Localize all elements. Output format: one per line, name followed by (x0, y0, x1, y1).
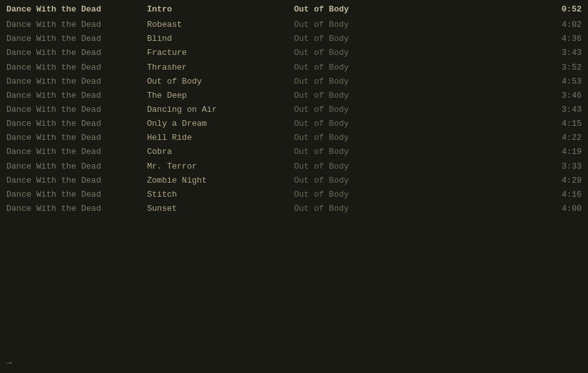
track-album: Out of Body (294, 103, 435, 116)
track-artist: Dance With the Dead (6, 33, 147, 45)
track-title: Blind (147, 33, 294, 45)
track-duration: 3:43 (435, 47, 582, 59)
table-row[interactable]: Dance With the DeadBlindOut of Body4:36 (0, 32, 588, 46)
track-artist: Dance With the Dead (6, 118, 147, 130)
track-duration: 4:00 (435, 202, 582, 215)
table-row[interactable]: Dance With the DeadZombie NightOut of Bo… (0, 174, 588, 188)
track-title: The Deep (147, 89, 294, 102)
track-title: Stitch (147, 188, 294, 201)
track-artist: Dance With the Dead (6, 202, 147, 215)
track-list-header: Dance With the Dead Intro Out of Body 0:… (0, 3, 588, 17)
track-album: Out of Body (294, 146, 435, 158)
track-album: Out of Body (294, 202, 435, 215)
track-album: Out of Body (294, 160, 435, 173)
table-row[interactable]: Dance With the DeadThrasherOut of Body3:… (0, 61, 588, 75)
track-title: Fracture (147, 47, 294, 59)
track-title: Dancing on Air (147, 103, 294, 116)
track-title: Only a Dream (147, 118, 294, 130)
table-row[interactable]: Dance With the DeadMr. TerrorOut of Body… (0, 160, 588, 174)
table-row[interactable]: Dance With the DeadFractureOut of Body3:… (0, 46, 588, 60)
track-title: Mr. Terror (147, 160, 294, 173)
track-duration: 3:43 (435, 103, 582, 116)
track-artist: Dance With the Dead (6, 146, 147, 158)
track-title: Cobra (147, 146, 294, 158)
table-row[interactable]: Dance With the DeadHell RideOut of Body4… (0, 131, 588, 145)
track-duration: 3:52 (435, 61, 582, 74)
track-artist: Dance With the Dead (6, 19, 147, 31)
track-album: Out of Body (294, 188, 435, 201)
track-artist: Dance With the Dead (6, 61, 147, 74)
table-row[interactable]: Dance With the DeadStitchOut of Body4:16 (0, 188, 588, 202)
header-duration: 0:52 (435, 3, 582, 16)
track-artist: Dance With the Dead (6, 132, 147, 144)
track-title: Thrasher (147, 61, 294, 74)
track-title: Sunset (147, 202, 294, 215)
track-title: Zombie Night (147, 174, 294, 187)
track-album: Out of Body (294, 174, 435, 187)
track-album: Out of Body (294, 47, 435, 59)
track-duration: 4:29 (435, 174, 582, 187)
track-artist: Dance With the Dead (6, 103, 147, 116)
track-duration: 4:15 (435, 118, 582, 130)
track-album: Out of Body (294, 61, 435, 74)
table-row[interactable]: Dance With the DeadCobraOut of Body4:19 (0, 145, 588, 159)
track-album: Out of Body (294, 89, 435, 102)
track-duration: 3:46 (435, 89, 582, 102)
track-title: Out of Body (147, 75, 294, 88)
track-album: Out of Body (294, 132, 435, 144)
track-list: Dance With the Dead Intro Out of Body 0:… (0, 0, 588, 218)
track-album: Out of Body (294, 75, 435, 88)
table-row[interactable]: Dance With the DeadDancing on AirOut of … (0, 103, 588, 117)
track-title: Hell Ride (147, 132, 294, 144)
track-artist: Dance With the Dead (6, 188, 147, 201)
track-duration: 4:53 (435, 75, 582, 88)
arrow-icon: → (6, 358, 12, 368)
track-duration: 4:16 (435, 188, 582, 201)
track-artist: Dance With the Dead (6, 47, 147, 59)
table-row[interactable]: Dance With the DeadOnly a DreamOut of Bo… (0, 117, 588, 131)
table-row[interactable]: Dance With the DeadThe DeepOut of Body3:… (0, 89, 588, 103)
track-duration: 4:22 (435, 132, 582, 144)
track-artist: Dance With the Dead (6, 89, 147, 102)
track-title: Robeast (147, 19, 294, 31)
header-title: Intro (147, 3, 294, 16)
track-duration: 4:36 (435, 33, 582, 45)
track-duration: 4:19 (435, 146, 582, 158)
table-row[interactable]: Dance With the DeadSunsetOut of Body4:00 (0, 202, 588, 216)
track-artist: Dance With the Dead (6, 160, 147, 173)
track-artist: Dance With the Dead (6, 75, 147, 88)
header-artist: Dance With the Dead (6, 3, 147, 16)
table-row[interactable]: Dance With the DeadOut of BodyOut of Bod… (0, 75, 588, 89)
track-duration: 4:02 (435, 19, 582, 31)
header-album: Out of Body (294, 3, 435, 16)
track-album: Out of Body (294, 19, 435, 31)
table-row[interactable]: Dance With the DeadRobeastOut of Body4:0… (0, 18, 588, 32)
track-artist: Dance With the Dead (6, 174, 147, 187)
track-album: Out of Body (294, 33, 435, 45)
track-album: Out of Body (294, 118, 435, 130)
track-duration: 3:33 (435, 160, 582, 173)
